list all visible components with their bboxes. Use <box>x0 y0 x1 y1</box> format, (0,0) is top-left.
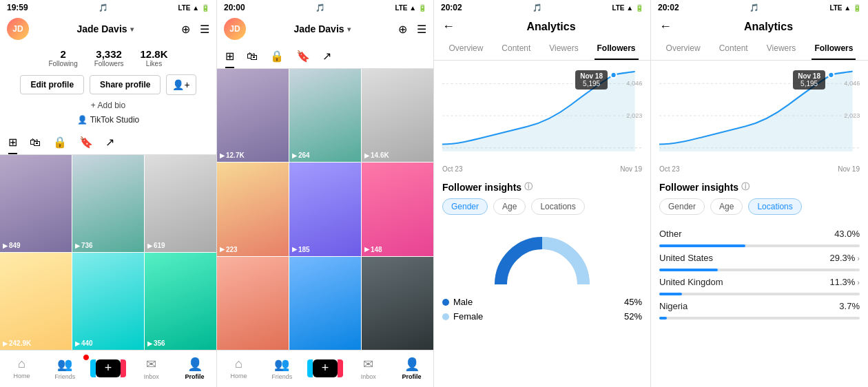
play-icon-1: ▶ <box>3 242 8 249</box>
play-icon-2: ▶ <box>75 242 80 249</box>
tiktok-studio-link[interactable]: 👤 TikTok Studio <box>0 113 216 129</box>
video-thumb-2-8[interactable] <box>289 257 361 350</box>
tab-followers-3[interactable]: Followers <box>595 38 639 60</box>
analytics-header-4: ← Analytics <box>651 15 868 38</box>
play-icon-3: ▶ <box>147 242 152 249</box>
location-name-us: United States <box>659 253 713 263</box>
tab-overview-3[interactable]: Overview <box>446 38 486 60</box>
avatar-1: JD <box>7 18 29 40</box>
chart-svg-4: 4,046 2,023 <box>659 67 860 164</box>
menu-icon-2[interactable]: ☰ <box>417 23 426 36</box>
nav-profile-2[interactable]: 👤 Profile <box>390 357 433 380</box>
profile-name-row-2[interactable]: Jade Davis ▾ <box>293 23 350 34</box>
share-tab-icon[interactable]: ↗ <box>105 132 114 154</box>
chart-x-end-3: Nov 19 <box>620 165 642 173</box>
nav-friends-1[interactable]: 👥 Friends <box>43 357 87 380</box>
tab-viewers-4[interactable]: Viewers <box>764 38 798 60</box>
video-thumb-5[interactable]: ▶ 440 <box>72 253 144 350</box>
profile-name-row[interactable]: Jade Davis ▾ <box>76 23 133 34</box>
insight-tab-gender-3[interactable]: Gender <box>442 198 488 215</box>
insight-tab-age-3[interactable]: Age <box>493 198 526 215</box>
video-thumb-2-1[interactable]: ▶ 12.7K <box>217 69 289 162</box>
bookmark-tab-icon-2[interactable]: 🔖 <box>296 45 310 68</box>
tab-content-3[interactable]: Content <box>499 38 533 60</box>
share-tab-icon-2[interactable]: ↗ <box>322 45 331 68</box>
grid-tab-icon-2[interactable]: ⊞ <box>225 45 234 68</box>
nav-plus-1[interactable]: + <box>87 359 130 377</box>
shop-tab-icon-2[interactable]: 🛍 <box>247 46 258 68</box>
lock-tab-icon-2[interactable]: 🔒 <box>270 45 284 68</box>
create-button-1[interactable]: + <box>96 359 121 377</box>
add-post-icon-2[interactable]: ⊕ <box>398 23 407 36</box>
tab-viewers-3[interactable]: Viewers <box>546 38 581 60</box>
tab-overview-4[interactable]: Overview <box>663 38 703 60</box>
video-thumb-2-2[interactable]: ▶ 264 <box>289 69 361 162</box>
followers-chart-4: 4,046 2,023 Nov 18 5,195 <box>659 67 860 164</box>
insight-tab-locations-3[interactable]: Locations <box>531 198 584 215</box>
menu-icon[interactable]: ☰ <box>200 23 209 36</box>
chart-svg-3: 4,046 2,023 <box>442 67 642 164</box>
location-bar-bg-nigeria <box>659 317 860 320</box>
add-bio-link[interactable]: + Add bio <box>0 99 216 113</box>
stat-following[interactable]: 2 Following <box>48 48 77 67</box>
inbox-icon-1: ✉ <box>146 357 156 372</box>
chart-date-3: Nov 18 <box>580 72 603 80</box>
create-button-2[interactable]: + <box>313 359 338 377</box>
studio-icon: 👤 <box>77 115 87 125</box>
video-thumb-2-5[interactable]: ▶ 185 <box>289 163 361 255</box>
grid-tab-icon[interactable]: ⊞ <box>8 132 17 154</box>
video-thumb-3[interactable]: ▶ 619 <box>145 155 216 252</box>
location-item-uk: United Kingdom 11.3% › <box>659 277 860 287</box>
insight-tab-age-4[interactable]: Age <box>710 198 743 215</box>
video-thumb-2-3[interactable]: ▶ 14.6K <box>362 69 433 162</box>
shop-tab-icon[interactable]: 🛍 <box>30 132 41 154</box>
tab-followers-4[interactable]: Followers <box>812 38 856 60</box>
svg-text:2,023: 2,023 <box>844 112 860 119</box>
video-thumb-2[interactable]: ▶ 736 <box>72 155 144 252</box>
video-thumb-1[interactable]: ▶ 849 <box>0 155 72 252</box>
video-thumb-2-7[interactable] <box>217 257 289 350</box>
location-bar-fill-other <box>659 244 745 247</box>
video-count-1: ▶ 849 <box>3 242 21 249</box>
video-count-2-1: ▶ 12.7K <box>220 151 245 159</box>
bookmark-tab-icon[interactable]: 🔖 <box>79 132 93 154</box>
stat-likes[interactable]: 12.8K Likes <box>141 48 168 67</box>
video-thumb-2-6[interactable]: ▶ 148 <box>362 163 433 255</box>
nav-inbox-2[interactable]: ✉ Inbox <box>347 357 390 380</box>
video-thumb-6[interactable]: ▶ 356 <box>145 253 216 350</box>
nav-profile-1[interactable]: 👤 Profile <box>173 357 216 380</box>
follower-insights-3: Follower insights ⓘ Gender Age Locations <box>434 174 650 226</box>
video-thumb-2-4[interactable]: ▶ 223 <box>217 163 289 255</box>
location-bar-bg-other <box>659 244 860 247</box>
add-post-icon[interactable]: ⊕ <box>181 23 190 36</box>
add-person-button[interactable]: 👤+ <box>166 74 196 95</box>
video-count-2-3: ▶ 14.6K <box>364 151 389 159</box>
share-profile-button[interactable]: Share profile <box>90 75 161 94</box>
nav-friends-2[interactable]: 👥 Friends <box>260 357 304 380</box>
svg-point-3 <box>610 72 616 78</box>
nav-home-1[interactable]: ⌂ Home <box>0 357 43 379</box>
followers-chart-3: 4,046 2,023 Nov 18 5,195 <box>442 67 642 164</box>
time-3: 20:02 <box>441 3 462 12</box>
nav-home-2[interactable]: ⌂ Home <box>217 357 260 379</box>
info-icon-3: ⓘ <box>524 181 533 193</box>
studio-label: TikTok Studio <box>90 115 140 125</box>
insight-tab-gender-4[interactable]: Gender <box>659 198 705 215</box>
edit-profile-button[interactable]: Edit profile <box>20 75 84 94</box>
stat-followers[interactable]: 3,332 Followers <box>94 48 124 67</box>
lock-tab-icon[interactable]: 🔒 <box>53 132 67 154</box>
chart-x-labels-4: Oct 23 Nov 19 <box>659 164 860 174</box>
nav-plus-2[interactable]: + <box>304 359 347 377</box>
video-count-2-4: ▶ 223 <box>220 246 238 253</box>
profile-name-1: Jade Davis <box>76 23 127 34</box>
tab-content-4[interactable]: Content <box>716 38 751 60</box>
following-label: Following <box>48 60 77 67</box>
back-button-4[interactable]: ← <box>659 19 672 34</box>
video-thumb-2-9[interactable] <box>362 257 433 350</box>
insight-tab-locations-4[interactable]: Locations <box>748 198 801 215</box>
video-thumb-4[interactable]: ▶ 242.9K <box>0 253 72 350</box>
video-count-3: ▶ 619 <box>147 242 165 249</box>
back-button-3[interactable]: ← <box>442 19 455 34</box>
nav-inbox-1[interactable]: ✉ Inbox <box>130 357 173 380</box>
video-grid-1: ▶ 849 ▶ 736 ▶ 619 ▶ 242.9K ▶ 440 <box>0 155 216 350</box>
